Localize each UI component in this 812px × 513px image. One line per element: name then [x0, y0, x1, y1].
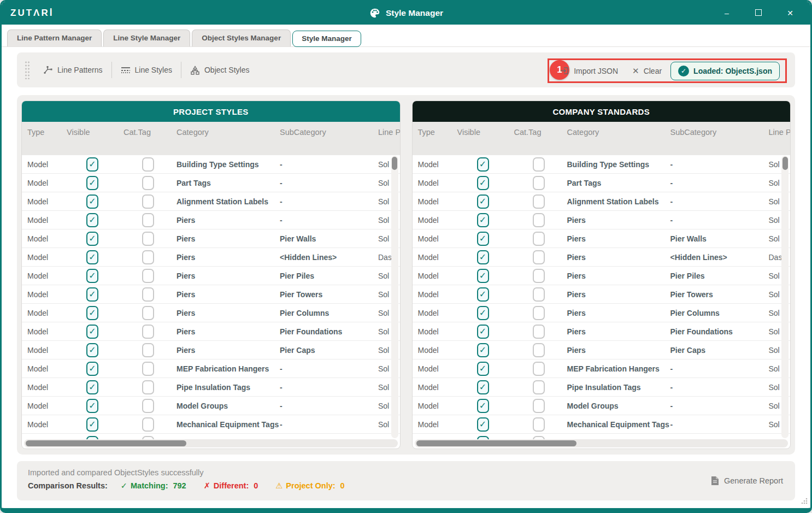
horizontal-scrollbar-thumb[interactable] — [416, 440, 577, 446]
visible-checkbox[interactable]: ✓ — [477, 176, 489, 190]
close-button[interactable]: ✕ — [774, 9, 806, 17]
visible-checkbox[interactable]: ✓ — [86, 250, 98, 264]
cat-tag-checkbox[interactable] — [142, 157, 154, 172]
cat-tag-checkbox[interactable] — [142, 269, 154, 283]
cat-tag-checkbox[interactable] — [533, 232, 545, 246]
visible-checkbox[interactable]: ✓ — [477, 157, 489, 172]
visible-checkbox[interactable]: ✓ — [477, 399, 489, 413]
vertical-scrollbar[interactable] — [391, 156, 398, 438]
loaded-file-chip[interactable]: ✓ Loaded: ObjectS.json — [670, 62, 780, 80]
visible-checkbox[interactable]: ✓ — [477, 306, 489, 320]
row-category: Mechanical Equipment Tags — [566, 420, 669, 429]
object-styles-button[interactable]: Object Styles — [185, 62, 255, 78]
cat-tag-checkbox[interactable] — [142, 232, 154, 246]
cat-tag-checkbox[interactable] — [142, 417, 154, 432]
visible-checkbox[interactable]: ✓ — [86, 380, 98, 394]
visible-checkbox[interactable]: ✓ — [86, 176, 98, 190]
row-type: Model — [22, 346, 64, 355]
visible-checkbox[interactable]: ✓ — [86, 362, 98, 376]
cat-tag-checkbox[interactable] — [142, 176, 154, 190]
visible-checkbox[interactable]: ✓ — [477, 362, 489, 376]
visible-checkbox[interactable]: ✓ — [477, 250, 489, 264]
generate-report-button[interactable]: Generate Report — [711, 476, 783, 486]
cat-tag-checkbox[interactable] — [142, 194, 154, 209]
cat-tag-checkbox[interactable] — [533, 176, 545, 190]
visible-checkbox[interactable]: ✓ — [86, 194, 98, 209]
import-json-button[interactable]: Import JSON — [555, 63, 623, 79]
cat-tag-checkbox[interactable] — [142, 213, 154, 227]
cat-tag-checkbox[interactable] — [142, 343, 154, 357]
visible-checkbox[interactable]: ✓ — [477, 380, 489, 394]
cat-tag-checkbox[interactable] — [533, 194, 545, 209]
visible-checkbox[interactable]: ✓ — [86, 157, 98, 172]
cat-tag-checkbox[interactable] — [142, 380, 154, 394]
visible-checkbox[interactable]: ✓ — [86, 287, 98, 302]
visible-checkbox[interactable]: ✓ — [477, 325, 489, 339]
clear-button[interactable]: ✕ Clear — [627, 63, 667, 79]
tab-line-pattern-manager[interactable]: Line Pattern Manager — [7, 30, 102, 46]
vertical-scrollbar-thumb[interactable] — [782, 157, 788, 170]
results-label: Comparison Results: — [28, 481, 108, 490]
cat-tag-cell — [121, 176, 175, 190]
row-type: Model — [22, 216, 64, 225]
toolbar-grip-handle[interactable] — [25, 61, 30, 79]
minimize-button[interactable]: – — [711, 9, 743, 17]
cat-tag-checkbox[interactable] — [533, 287, 545, 302]
line-patterns-label: Line Patterns — [57, 66, 103, 74]
cat-tag-checkbox[interactable] — [533, 269, 545, 283]
tab-line-style-manager[interactable]: Line Style Manager — [103, 30, 190, 46]
matching-label: Matching: — [131, 481, 168, 490]
visible-checkbox[interactable]: ✓ — [477, 269, 489, 283]
visible-checkbox[interactable]: ✓ — [477, 287, 489, 302]
row-type: Model — [413, 216, 455, 225]
window-resize-grip[interactable] — [799, 496, 808, 507]
visible-checkbox[interactable]: ✓ — [86, 269, 98, 283]
visible-checkbox[interactable]: ✓ — [477, 232, 489, 246]
column-header-category: Category — [175, 128, 279, 155]
cat-tag-checkbox[interactable] — [142, 287, 154, 302]
horizontal-scrollbar[interactable] — [24, 439, 398, 447]
cat-tag-checkbox[interactable] — [533, 417, 545, 432]
cat-tag-checkbox[interactable] — [533, 380, 545, 394]
row-subcategory: - — [669, 420, 768, 429]
horizontal-scrollbar[interactable] — [415, 439, 789, 447]
cat-tag-cell — [121, 380, 175, 394]
visible-checkbox[interactable]: ✓ — [86, 417, 98, 432]
visible-checkbox[interactable]: ✓ — [86, 343, 98, 357]
tab-style-manager[interactable]: Style Manager — [292, 31, 361, 47]
row-type: Model — [22, 327, 64, 336]
horizontal-scrollbar-thumb[interactable] — [26, 440, 186, 446]
cat-tag-checkbox[interactable] — [533, 325, 545, 339]
cat-tag-checkbox[interactable] — [533, 306, 545, 320]
cat-tag-checkbox[interactable] — [142, 399, 154, 413]
cat-tag-checkbox[interactable] — [533, 399, 545, 413]
cat-tag-checkbox[interactable] — [533, 250, 545, 264]
visible-checkbox[interactable]: ✓ — [86, 306, 98, 320]
visible-checkbox[interactable]: ✓ — [86, 232, 98, 246]
line-styles-button[interactable]: Line Styles — [115, 62, 178, 78]
vertical-scrollbar-thumb[interactable] — [392, 157, 397, 170]
line-patterns-button[interactable]: Line Patterns — [38, 62, 108, 78]
column-header-cat-tag: Cat.Tag — [121, 128, 175, 155]
visible-checkbox[interactable]: ✓ — [477, 213, 489, 227]
cat-tag-checkbox[interactable] — [533, 343, 545, 357]
visible-checkbox[interactable]: ✓ — [86, 399, 98, 413]
cat-tag-checkbox[interactable] — [142, 306, 154, 320]
visible-checkbox[interactable]: ✓ — [86, 325, 98, 339]
cat-tag-checkbox[interactable] — [142, 325, 154, 339]
tab-object-styles-manager[interactable]: Object Styles Manager — [192, 30, 291, 46]
visible-checkbox[interactable]: ✓ — [477, 194, 489, 209]
row-type: Model — [413, 309, 455, 317]
row-category: Piers — [566, 290, 669, 299]
cat-tag-checkbox[interactable] — [142, 362, 154, 376]
visible-checkbox[interactable]: ✓ — [477, 417, 489, 432]
vertical-scrollbar[interactable] — [781, 156, 789, 438]
cat-tag-checkbox[interactable] — [533, 157, 545, 172]
maximize-button[interactable] — [743, 9, 774, 17]
cat-tag-checkbox[interactable] — [142, 250, 154, 264]
cat-tag-checkbox[interactable] — [533, 362, 545, 376]
visible-checkbox[interactable]: ✓ — [477, 343, 489, 357]
cat-tag-checkbox[interactable] — [533, 213, 545, 227]
row-category: MEP Fabrication Hangers — [175, 364, 279, 373]
visible-checkbox[interactable]: ✓ — [86, 213, 98, 227]
